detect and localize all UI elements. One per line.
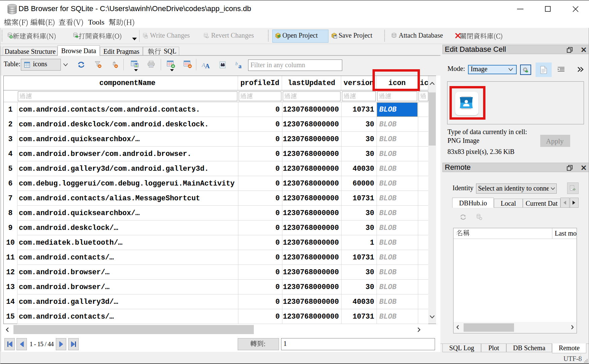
svg-text:a: a [238,63,242,69]
svg-text:b: b [235,61,238,66]
svg-text:A: A [205,63,210,69]
